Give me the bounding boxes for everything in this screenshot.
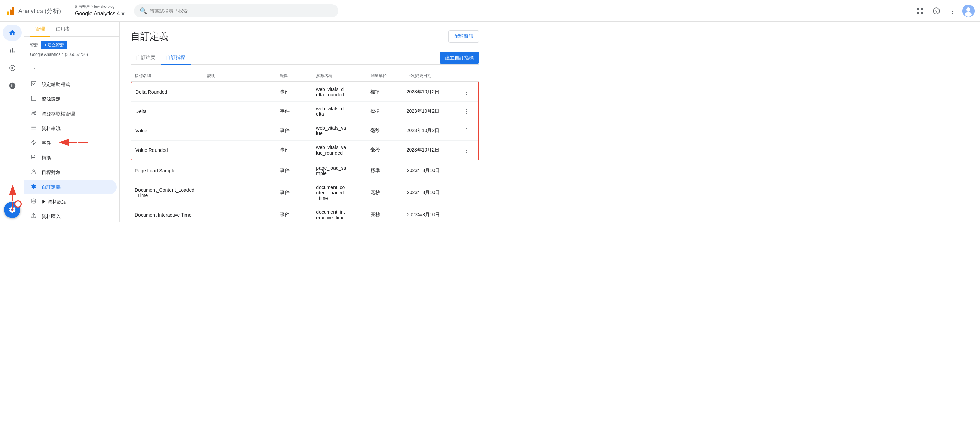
row-more-button[interactable]: ⋮ [461,187,472,198]
search-input[interactable] [150,8,333,14]
cell-date: 2023年10月2日 [407,89,461,95]
search-bar[interactable]: 🔍 [134,5,338,18]
chevron-down-icon: ▾ [121,10,124,18]
nav-reports[interactable] [3,42,22,59]
sidebar-item-label: 事件 [41,140,51,146]
nav-advertising[interactable] [3,78,22,94]
header-scope: 範圍 [280,73,317,79]
cell-date: 2023年10月2日 [407,128,461,134]
sidebar-tab-admin[interactable]: 管理 [30,22,50,37]
row-more-button[interactable]: ⋮ [461,209,472,220]
create-metric-button[interactable]: 建立自訂指標 [440,52,479,64]
header-param: 參數名稱 [316,73,371,79]
sidebar-tab-user[interactable]: 使用者 [50,22,76,37]
tabs-row: 自訂維度 自訂指標 建立自訂指標 [130,51,479,65]
cell-date: 2023年8月10日 [407,168,461,174]
highlighted-rows-section: Delta Rounded 事件 web_vitals_delta_rounde… [130,82,479,160]
cell-unit: 標準 [371,168,407,174]
table-row: Page Load Sample 事件 page_load_sample 標準 … [130,161,479,180]
app-name: Analytics (分析) [18,7,61,15]
app-logo[interactable]: Analytics (分析) [5,6,61,16]
cell-date: 2023年10月2日 [407,108,461,114]
sidebar-item-label: 目標對象 [41,169,60,176]
back-button[interactable]: ← [30,62,42,75]
metrics-table: 指標名稱 說明 範圍 參數名稱 測量單位 上次變更日期 [130,70,479,222]
tab-dimensions[interactable]: 自訂維度 [130,51,161,65]
sidebar-item-label: 自訂定義 [41,184,60,190]
square-icon [30,95,37,103]
main-content-area: 自訂定義 配額資訊 自訂維度 自訂指標 建立自訂指標 指標名稱 說明 [120,22,490,222]
cell-name: Document_Content_Loaded_Time [135,187,207,198]
header-desc: 說明 [207,73,280,79]
sidebar-item-events[interactable]: 事件 [24,136,117,150]
cell-param: document_content_loaded_time [316,185,371,201]
cell-unit: 毫秒 [371,212,407,218]
header-unit: 測量單位 [371,73,407,79]
database-icon [30,198,37,206]
cell-scope: 事件 [280,190,317,196]
cell-param: document_interactive_time [316,209,371,220]
row-more-button[interactable]: ⋮ [461,145,472,156]
settings-icon [8,206,16,214]
sidebar-item-conversion[interactable]: 轉換 [24,150,117,165]
nav-home[interactable] [3,24,22,41]
cell-name: Document Interactive Time [135,212,207,217]
sidebar: 管理 使用者 資源 + 建立資源 Google Analytics 4 (305… [24,22,120,222]
sidebar-item-label: 資源存取權管理 [41,111,75,117]
header-name: 指標名稱 [135,73,207,79]
streams-icon [30,125,37,133]
sidebar-item-resource-settings[interactable]: 資源設定 [24,92,117,107]
svg-rect-19 [31,81,36,86]
cell-unit: 標準 [370,108,406,114]
header-date[interactable]: 上次變更日期 ↓ [407,73,461,79]
table-row: Document Interactive Time 事件 document_in… [130,205,479,222]
tab-metrics[interactable]: 自訂指標 [161,51,191,65]
svg-point-29 [32,198,36,200]
flag-icon [30,154,37,162]
svg-point-22 [34,111,36,113]
explore-icon [8,64,16,72]
cell-param: page_load_sample [316,165,371,176]
sidebar-item-label: ▶ 資料設定 [41,199,67,205]
cell-param: web_vitals_value [316,125,370,136]
row-more-button[interactable]: ⋮ [461,125,472,136]
nav-explore[interactable] [3,60,22,76]
header: Analytics (分析) 所有帳戶 > lewisko.blog Googl… [0,0,490,22]
svg-rect-6 [10,9,11,15]
cell-unit: 毫秒 [371,190,407,196]
tab-group: 自訂維度 自訂指標 [130,51,191,64]
sidebar-item-label: 設定輔助程式 [41,82,70,88]
sidebar-item-label: 資料匯入 [41,214,60,220]
sidebar-item-data-import[interactable]: 資料匯入 [24,209,117,222]
row-more-button[interactable]: ⋮ [461,106,472,117]
back-arrow-icon: ← [33,65,40,72]
sidebar-item-access-mgmt[interactable]: 資源存取權管理 [24,107,117,121]
check-square-icon [30,81,37,88]
sidebar-item-data-stream[interactable]: 資料串流 [24,121,117,136]
search-icon: 🔍 [140,7,147,14]
sidebar-item-setup-wizard[interactable]: 設定輔助程式 [24,77,117,92]
svg-point-21 [32,111,34,113]
cell-unit: 毫秒 [370,128,406,134]
sidebar-item-audience[interactable]: 目標對象 [24,165,117,180]
create-resource-button[interactable]: + 建立資源 [41,41,67,50]
cell-scope: 事件 [280,128,316,134]
row-more-button[interactable]: ⋮ [461,165,472,176]
sidebar-item-label: 資料串流 [41,126,60,132]
quota-info-button[interactable]: 配額資訊 [449,30,479,43]
cell-name: Value [135,128,208,134]
property-selector[interactable]: 所有帳戶 > lewisko.blog Google Analytics 4 ▾ [75,4,124,18]
sidebar-item-label: 資源設定 [41,96,60,102]
row-more-button[interactable]: ⋮ [461,86,472,97]
cell-param: web_vitals_delta_rounded [316,86,370,97]
property-name-dropdown[interactable]: Google Analytics 4 ▾ [75,10,124,18]
cell-scope: 事件 [280,168,317,174]
settings-fab-button[interactable] [4,201,21,218]
sidebar-item-data-settings[interactable]: ▶ 資料設定 [24,195,117,209]
sidebar-item-custom-def[interactable]: 自訂定義 [24,180,117,195]
sidebar-tabs: 管理 使用者 [24,22,119,37]
table-row: Delta 事件 web_vitals_delta 標準 2023年10月2日 … [131,102,479,121]
person-icon [30,169,37,176]
upload-icon [30,212,37,220]
cell-name: Value Rounded [135,147,208,153]
